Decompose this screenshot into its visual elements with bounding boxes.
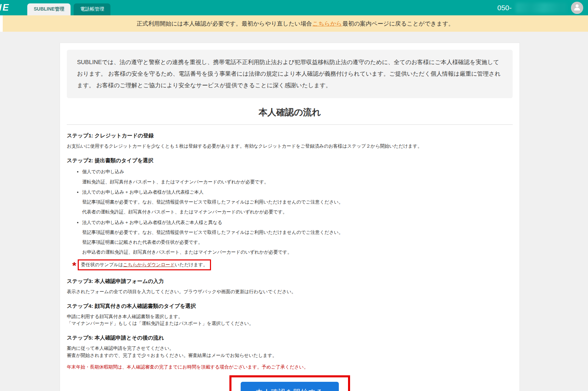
header-right: 050-: [497, 0, 588, 15]
step5-body: 案内に従って本人確認申請を完了させてください。 審査が開始されますので、完了まで…: [67, 345, 513, 359]
poa-sample-note-box: 委任状のサンプルはこちらからダウンロードいただけます。: [78, 259, 211, 270]
main-card: SUBLINEでは、法の遵守と警察との連携を重視し、携帯電話不正利用防止法および…: [60, 43, 520, 391]
step3-heading: ステップ3: 本人確認申請フォームの入力: [67, 278, 513, 285]
step5-line2: 審査が開始されますので、完了まで少々おまちください。審査結果はメールでお知らせい…: [67, 352, 513, 359]
step2-heading: ステップ2: 提出書類のタイプを選択: [67, 157, 513, 164]
poa-sample-download-link[interactable]: こちらからダウンロード: [123, 262, 175, 267]
start-verification-button[interactable]: 本人確認を開始する: [241, 382, 338, 391]
red-asterisk: *: [72, 260, 76, 271]
note-text-before: 委任状のサンプルは: [81, 262, 123, 267]
step4-line1: 申請に利用する顔写真付き本人確認書類を選択します。: [67, 313, 513, 320]
subline-logo: NE: [0, 0, 27, 15]
restart-here-link[interactable]: こちらから: [313, 20, 342, 28]
page-title: 本人確認の流れ: [67, 106, 513, 125]
list-item-line: お申込者の運転免許証、顔写真付きパスポート、またはマイナンバーカードのいずれかが…: [82, 249, 513, 256]
list-item-title: 法人でのお申し込み + お申し込み者様が法人代表ご本人様と異なる: [82, 219, 513, 226]
list-item-corporate-representative: 法人でのお申し込み + お申し込み者様が法人代表様ご本人 登記事項証明書が必要で…: [82, 189, 513, 216]
step1-heading: ステップ1: クレジットカードの登録: [67, 132, 513, 139]
document-type-list: 個人でのお申し込み 運転免許証、顔写真付きパスポート、またはマイナンバーカードの…: [67, 168, 513, 256]
red-annotation-box: 本人確認を開始する: [229, 375, 350, 391]
steps-section: ステップ1: クレジットカードの登録 お支払いに使用するクレジットカードを少なく…: [67, 132, 513, 391]
subline-logo-text: NE: [0, 2, 10, 13]
notice-wrap: 正式利用開始には本人確認が必要です。最初からやり直したい場合こちらから最初の案内…: [0, 15, 588, 32]
note-text-after: いただけます。: [175, 262, 208, 267]
notice-text-after: 最初の案内ページに戻ることができます。: [343, 20, 454, 28]
intro-text: SUBLINEでは、法の遵守と警察との連携を重視し、携帯電話不正利用防止法および…: [77, 57, 502, 91]
list-item-line: 登記事項証明書が必要です。なお、登記情報提供サービスで取得したファイルはご利用い…: [82, 229, 513, 236]
list-item-line: 登記事項証明書に記載された代表者の委任状が必要です。: [82, 239, 513, 246]
redacted-phone-number: [516, 3, 567, 13]
step4-line2: 「マイナンバーカード」もしくは「運転免許証またはパスポート」を選択してください。: [67, 320, 513, 327]
list-item-line: 登記事項証明書が必要です。なお、登記情報提供サービスで取得したファイルはご利用い…: [82, 199, 513, 206]
list-item-title: 個人でのお申し込み: [82, 168, 513, 175]
list-item-line: 運転免許証、顔写真付きパスポート、またはマイナンバーカードのいずれかが必要です。: [82, 179, 513, 185]
list-item-line: 代表者の運転免許証、顔写真付きパスポート、またはマイナンバーカードのいずれかが必…: [82, 209, 513, 215]
holiday-delay-warning: 年末年始・長期休暇期間は、本人確認審査の完了までにお時間を頂戴する場合がございま…: [67, 364, 513, 371]
step3-body: 表示されたフォームの全ての項目を入力してください。ブラウザバックや画面の更新は行…: [67, 288, 513, 295]
intro-box: SUBLINEでは、法の遵守と警察との連携を重視し、携帯電話不正利用防止法および…: [67, 50, 513, 98]
phone-number-prefix: 050-: [497, 4, 512, 12]
step1-body: お支払いに使用するクレジットカードを少なくとも１枚は登録する必要があります。有効…: [67, 143, 513, 150]
poa-sample-note-row: * 委任状のサンプルはこちらからダウンロードいただけます。: [72, 259, 513, 270]
step5-heading: ステップ5: 本人確認申請とその後の流れ: [67, 334, 513, 342]
step4-heading: ステップ4: 顔写真付きの本人確認書類のタイプを選択: [67, 303, 513, 310]
person-icon: [573, 3, 581, 13]
start-button-row: 本人確認を開始する: [67, 375, 513, 391]
user-avatar[interactable]: [571, 2, 583, 14]
verification-notice-bar: 正式利用開始には本人確認が必要です。最初からやり直したい場合こちらから最初の案内…: [3, 15, 588, 32]
step5-line1: 案内に従って本人確認申請を完了させてください。: [67, 345, 513, 352]
step4-body: 申請に利用する顔写真付き本人確認書類を選択します。 「マイナンバーカード」もしく…: [67, 313, 513, 327]
tab-phonebook-management[interactable]: 電話帳管理: [74, 3, 110, 15]
list-item-title: 法人でのお申し込み + お申し込み者様が法人代表様ご本人: [82, 189, 513, 196]
list-item-individual: 個人でのお申し込み 運転免許証、顔写真付きパスポート、またはマイナンバーカードの…: [82, 168, 513, 185]
tab-subline-management[interactable]: SUBLINE管理: [27, 3, 71, 15]
list-item-corporate-non-representative: 法人でのお申し込み + お申し込み者様が法人代表ご本人様と異なる 登記事項証明書…: [82, 219, 513, 256]
nav-tabs: SUBLINE管理 電話帳管理: [27, 0, 110, 15]
notice-text-before: 正式利用開始には本人確認が必要です。最初からやり直したい場合: [137, 20, 312, 28]
app-header: NE SUBLINE管理 電話帳管理 050-: [0, 0, 588, 15]
